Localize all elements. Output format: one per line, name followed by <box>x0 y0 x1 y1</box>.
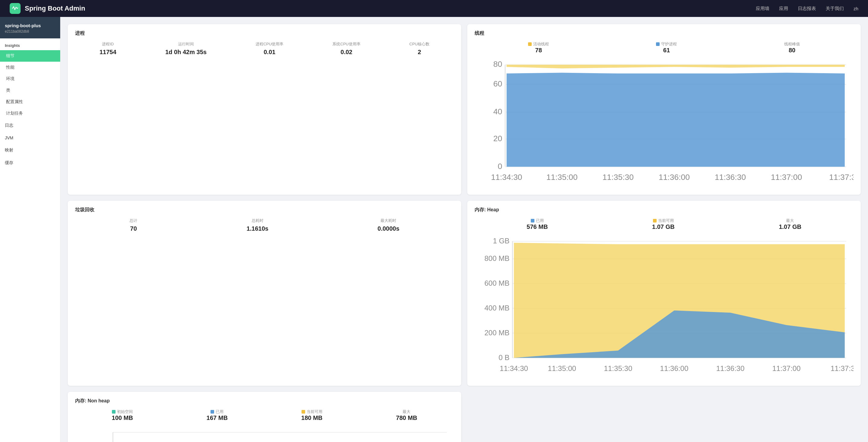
svg-text:11:36:30: 11:36:30 <box>715 172 746 182</box>
sidebar-item-config[interactable]: 配置属性 <box>0 96 60 107</box>
dot-nonheap-init <box>112 410 116 414</box>
heap-title: 内存: Heap <box>474 207 854 213</box>
dot-heap-used <box>531 219 534 222</box>
svg-text:80: 80 <box>493 60 502 69</box>
stat-cpu-cores: CPU核心数 2 <box>409 41 430 56</box>
svg-text:800 MB: 800 MB <box>485 254 509 262</box>
svg-text:11:35:30: 11:35:30 <box>604 364 632 373</box>
sidebar-item-perf[interactable]: 性能 <box>0 62 60 73</box>
nav-item-wall[interactable]: 应用墙 <box>756 6 769 11</box>
svg-text:11:35:00: 11:35:00 <box>547 172 578 182</box>
threads-svg: 0 20 40 60 80 11:34:30 11:35:00 11:35:30 <box>474 58 854 189</box>
nonheap-legend-max: 最大 780 MB <box>396 409 417 421</box>
sidebar-app-id: e211ba082db8 <box>5 29 55 34</box>
svg-text:11:36:00: 11:36:00 <box>660 364 688 373</box>
sidebar-app-info: spring-boot-plus e211ba082db8 <box>0 17 60 38</box>
nonheap-card: 内存: Non heap 初始空间 100 MB 已用 <box>68 392 461 442</box>
gc-stats: 总计 70 总耗时 1.1610s 最大耗时 0.0000s <box>75 218 454 232</box>
heap-legend: 已用 576 MB 当前可用 1.07 GB 最大 <box>474 218 854 230</box>
nonheap-legend-avail: 当前可用 180 MB <box>301 409 322 421</box>
header-title: Spring Boot Admin <box>25 4 85 12</box>
svg-text:11:34:30: 11:34:30 <box>500 364 528 373</box>
threads-legend: 活动线程 78 守护进程 61 线程峰值 <box>474 41 854 54</box>
gc-title: 垃圾回收 <box>75 207 454 213</box>
svg-text:600 MB: 600 MB <box>485 279 509 287</box>
svg-text:11:34:30: 11:34:30 <box>491 172 522 182</box>
nonheap-chart: 0 B 50 MB 100 MB 150 MB 11:34:30 11:35:0… <box>75 425 454 442</box>
svg-text:0 B: 0 B <box>499 353 509 361</box>
nonheap-legend-init: 初始空间 100 MB <box>112 409 133 421</box>
dot-nonheap-used <box>211 410 214 414</box>
dot-heap-avail <box>653 219 657 222</box>
nonheap-legend-used: 已用 167 MB <box>207 409 228 421</box>
logo-icon <box>10 3 21 14</box>
nav-item-lang[interactable]: zh <box>854 6 858 11</box>
process-stats: 进程ID 11754 运行时间 1d 0h 42m 35s 进程CPU使用率 0… <box>75 41 454 56</box>
sidebar: spring-boot-plus e211ba082db8 Insights 细… <box>0 17 61 442</box>
svg-text:400 MB: 400 MB <box>485 304 509 312</box>
sidebar-item-mapping[interactable]: 映射 <box>0 144 60 157</box>
heap-card: 内存: Heap 已用 576 MB 当前可用 <box>467 201 861 386</box>
heap-legend-avail: 当前可用 1.07 GB <box>652 218 675 230</box>
svg-text:20: 20 <box>493 134 502 143</box>
stat-sys-cpu: 系统CPU使用率 0.02 <box>332 41 360 56</box>
stat-gc-max: 最大耗时 0.0000s <box>377 218 399 232</box>
legend-daemon: 守护进程 61 <box>656 41 677 54</box>
header-left: Spring Boot Admin <box>10 3 85 14</box>
content-grid: 进程 进程ID 11754 运行时间 1d 0h 42m 35s 进程CPU使用… <box>68 24 861 442</box>
nonheap-title: 内存: Non heap <box>75 398 454 404</box>
content: 进程 进程ID 11754 运行时间 1d 0h 42m 35s 进程CPU使用… <box>61 17 868 442</box>
svg-text:11:35:00: 11:35:00 <box>548 364 576 373</box>
svg-text:1 GB: 1 GB <box>493 237 509 245</box>
gc-card: 垃圾回收 总计 70 总耗时 1.1610s 最大耗时 0.0000s <box>68 201 461 386</box>
threads-chart: 0 20 40 60 80 11:34:30 11:35:00 11:35:30 <box>474 58 854 189</box>
process-card: 进程 进程ID 11754 运行时间 1d 0h 42m 35s 进程CPU使用… <box>68 24 461 195</box>
process-title: 进程 <box>75 30 454 37</box>
stat-proc-cpu: 进程CPU使用率 0.01 <box>255 41 283 56</box>
sidebar-app-name: spring-boot-plus <box>5 23 55 28</box>
stat-gc-time: 总耗时 1.1610s <box>247 218 268 232</box>
svg-text:200 MB: 200 MB <box>485 328 509 337</box>
svg-text:11:36:30: 11:36:30 <box>716 364 745 373</box>
stat-gc-total: 总计 70 <box>129 218 137 232</box>
sidebar-item-env[interactable]: 环境 <box>0 73 60 85</box>
svg-text:0: 0 <box>498 162 502 171</box>
svg-text:11:35:30: 11:35:30 <box>602 172 633 182</box>
svg-marker-12 <box>506 73 845 167</box>
sidebar-item-class[interactable]: 类 <box>0 85 60 96</box>
svg-text:11:37:00: 11:37:00 <box>772 364 801 373</box>
sidebar-item-cache[interactable]: 缓存 <box>0 157 60 169</box>
nav-item-about[interactable]: 关于我们 <box>826 6 844 11</box>
legend-active-threads: 活动线程 78 <box>528 41 549 54</box>
svg-text:11:37:30: 11:37:30 <box>831 364 854 373</box>
insights-header: Insights <box>0 38 60 50</box>
dot-nonheap-avail <box>302 410 305 414</box>
svg-text:60: 60 <box>493 79 502 88</box>
nav-item-log[interactable]: 日志报表 <box>798 6 816 11</box>
nonheap-legend: 初始空间 100 MB 已用 167 MB <box>75 409 454 421</box>
main-layout: spring-boot-plus e211ba082db8 Insights 细… <box>0 17 868 442</box>
heap-chart: 0 B 200 MB 400 MB 600 MB 800 MB 1 GB 11:… <box>474 234 854 380</box>
svg-text:40: 40 <box>493 107 502 116</box>
dot-active-threads <box>528 42 532 46</box>
sidebar-item-tasks[interactable]: 计划任务 <box>0 107 60 119</box>
header: Spring Boot Admin 应用墙 应用 日志报表 关于我们 zh <box>0 0 868 17</box>
svg-text:11:37:30: 11:37:30 <box>829 172 854 182</box>
sidebar-item-details[interactable]: 细节 <box>0 50 60 62</box>
heap-legend-max: 最大 1.07 GB <box>779 218 801 230</box>
nav-item-app[interactable]: 应用 <box>779 6 788 11</box>
svg-marker-11 <box>506 65 845 68</box>
dot-daemon <box>656 42 660 46</box>
sidebar-item-jvm[interactable]: JVM <box>0 132 60 144</box>
threads-card: 线程 活动线程 78 守护进程 61 <box>467 24 861 195</box>
stat-pid: 进程ID 11754 <box>99 41 117 56</box>
legend-peak: 线程峰值 80 <box>784 41 800 54</box>
stat-uptime: 运行时间 1d 0h 42m 35s <box>165 41 207 56</box>
header-nav: 应用墙 应用 日志报表 关于我们 zh <box>756 6 858 11</box>
svg-text:11:36:00: 11:36:00 <box>659 172 690 182</box>
sidebar-item-logs[interactable]: 日志 <box>0 119 60 132</box>
svg-text:11:37:00: 11:37:00 <box>771 172 802 182</box>
nonheap-svg: 0 B 50 MB 100 MB 150 MB 11:34:30 11:35:0… <box>75 425 454 442</box>
threads-title: 线程 <box>474 30 854 37</box>
heap-svg: 0 B 200 MB 400 MB 600 MB 800 MB 1 GB 11:… <box>474 234 854 380</box>
